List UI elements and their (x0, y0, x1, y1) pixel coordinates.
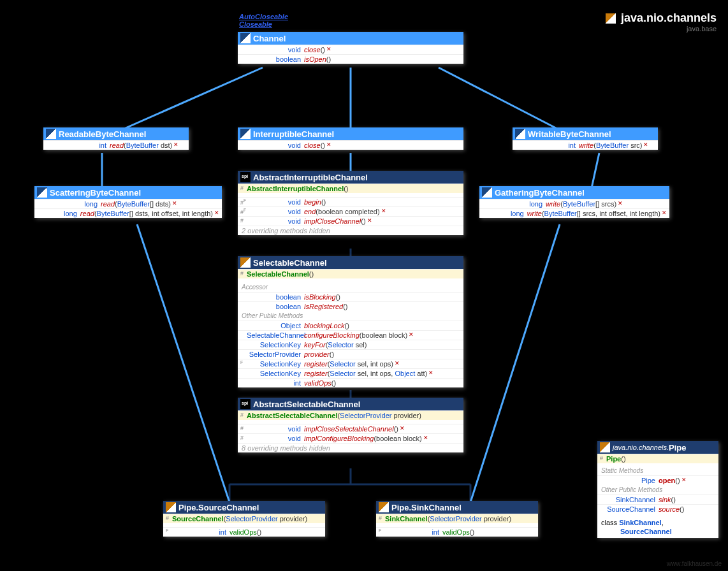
spi-icon (240, 172, 251, 182)
class-icon (379, 502, 389, 512)
class-selectable[interactable]: SelectableChannel #SelectableChannel () … (238, 256, 463, 387)
svg-line-12 (137, 224, 229, 502)
svg-line-13 (470, 224, 560, 502)
class-icon (600, 442, 610, 452)
link-closeable[interactable]: Closeable (239, 20, 288, 28)
spi-icon (240, 399, 251, 409)
link-sinkchannel[interactable]: SinkChannel (619, 519, 662, 526)
class-gathering[interactable]: GatheringByteChannel long write (ByteBuf… (479, 186, 669, 218)
link-autocloseable[interactable]: AutoCloseable (239, 13, 288, 20)
class-pipe-sink[interactable]: Pipe.SinkChannel #SinkChannel (SelectorP… (376, 501, 538, 537)
package-title: java.nio.channels java.base (606, 11, 717, 33)
interface-icon (37, 187, 47, 198)
class-icon (240, 257, 251, 268)
interface-icon (240, 33, 251, 43)
class-scattering[interactable]: ScatteringByteChannel long read (ByteBuf… (34, 186, 222, 218)
class-readable[interactable]: ReadableByteChannel int read (ByteBuffer… (43, 127, 189, 150)
svg-line-2 (439, 68, 560, 130)
link-sourcechannel[interactable]: SourceChannel (620, 528, 672, 535)
class-pipe-source[interactable]: Pipe.SourceChannel #SourceChannel (Selec… (163, 501, 325, 537)
package-icon (606, 13, 616, 24)
interface-icon (482, 187, 492, 198)
super-interface-links: AutoCloseable Closeable (239, 13, 288, 28)
class-icon (166, 502, 176, 512)
class-interruptible[interactable]: InterruptibleChannel void close ()✕ (238, 127, 463, 150)
class-abstract-selectable[interactable]: AbstractSelectableChannel #AbstractSelec… (238, 398, 463, 452)
class-writable[interactable]: WritableByteChannel int write (ByteBuffe… (513, 127, 658, 150)
svg-line-0 (121, 68, 263, 130)
footer-credit: www.falkhausen.de (667, 560, 722, 567)
interface-icon (240, 129, 251, 139)
interface-icon (515, 129, 525, 139)
class-pipe[interactable]: java.nio.channels.Pipe #Pipe () Static M… (597, 441, 718, 538)
svg-line-4 (592, 153, 599, 188)
class-channel[interactable]: Channel void close ()✕boolean isOpen () (238, 32, 463, 64)
interface-icon (46, 129, 56, 139)
class-abstract-interruptible[interactable]: AbstractInterruptibleChannel #AbstractIn… (238, 171, 463, 235)
